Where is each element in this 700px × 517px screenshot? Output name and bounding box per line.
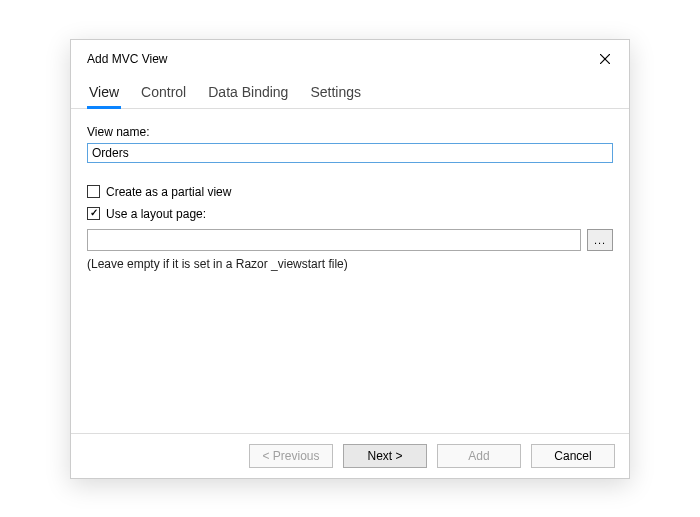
view-name-label: View name: (87, 125, 613, 139)
partial-view-checkbox[interactable] (87, 185, 100, 198)
next-button-label: Next > (367, 449, 402, 463)
tab-data-binding[interactable]: Data Binding (206, 80, 290, 108)
use-layout-label: Use a layout page: (106, 205, 206, 223)
close-icon (600, 54, 610, 64)
add-button[interactable]: Add (437, 444, 521, 468)
view-name-input[interactable] (87, 143, 613, 163)
partial-view-row: Create as a partial view (87, 183, 613, 201)
tab-data-binding-label: Data Binding (208, 84, 288, 100)
layout-path-row: ... (87, 229, 613, 251)
tab-settings-label: Settings (310, 84, 361, 100)
next-button[interactable]: Next > (343, 444, 427, 468)
use-layout-row: Use a layout page: (87, 205, 613, 223)
previous-button[interactable]: < Previous (249, 444, 333, 468)
content-area: View name: Create as a partial view Use … (71, 109, 629, 433)
browse-button[interactable]: ... (587, 229, 613, 251)
previous-button-label: < Previous (262, 449, 319, 463)
dialog-title: Add MVC View (87, 52, 167, 66)
tab-control-label: Control (141, 84, 186, 100)
browse-button-label: ... (594, 234, 606, 246)
use-layout-checkbox[interactable] (87, 207, 100, 220)
layout-path-input[interactable] (87, 229, 581, 251)
dialog-footer: < Previous Next > Add Cancel (71, 433, 629, 478)
tab-bar: View Control Data Binding Settings (71, 74, 629, 109)
titlebar: Add MVC View (71, 40, 629, 74)
cancel-button-label: Cancel (554, 449, 591, 463)
tab-view-label: View (89, 84, 119, 100)
layout-hint: (Leave empty if it is set in a Razor _vi… (87, 257, 613, 271)
cancel-button[interactable]: Cancel (531, 444, 615, 468)
add-button-label: Add (468, 449, 489, 463)
tab-settings[interactable]: Settings (308, 80, 363, 108)
tab-view[interactable]: View (87, 80, 121, 108)
dialog-window: Add MVC View View Control Data Binding S… (70, 39, 630, 479)
tab-control[interactable]: Control (139, 80, 188, 108)
partial-view-label: Create as a partial view (106, 183, 231, 201)
close-button[interactable] (591, 48, 619, 70)
